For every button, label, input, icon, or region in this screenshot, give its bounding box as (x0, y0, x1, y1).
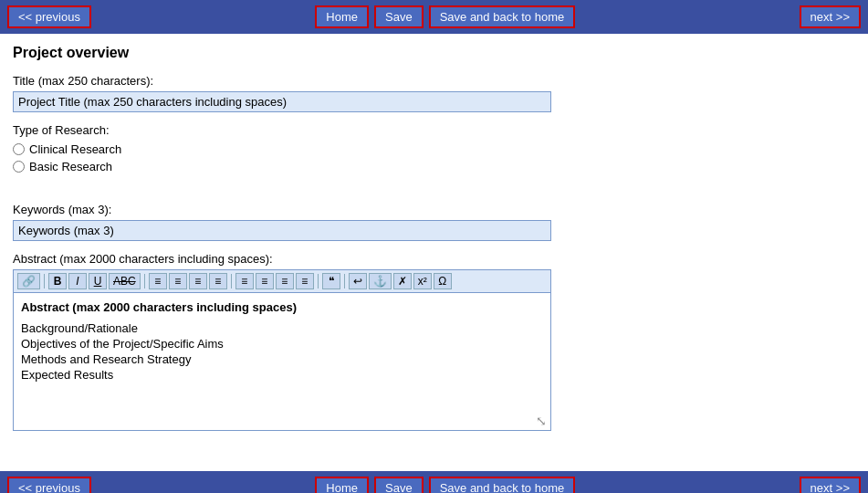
abstract-editor-body[interactable]: Abstract (max 2000 characters including … (14, 293, 550, 412)
abstract-line-3: Methods and Research Strategy (21, 352, 543, 366)
toolbar-outdent-btn[interactable]: ≡ (276, 273, 294, 289)
bottom-save-button[interactable]: Save (374, 477, 424, 493)
top-previous-button[interactable]: << previous (7, 5, 91, 28)
type-of-research-group: Clinical Research Basic Research (13, 142, 855, 173)
keywords-input[interactable] (13, 220, 551, 241)
toolbar-sep-4 (318, 274, 319, 288)
title-input[interactable] (13, 91, 551, 112)
toolbar-sep-1 (44, 274, 45, 288)
abstract-editor: 🔗 B I U ABC ≡ ≡ ≡ ≡ ≡ ≡ ≡ ≡ ❝ ↩ ⚓ (13, 269, 551, 431)
abstract-bold-placeholder: Abstract (max 2000 characters including … (21, 300, 543, 314)
top-next-button[interactable]: next >> (800, 5, 861, 28)
toolbar-align-left-btn[interactable]: ≡ (149, 273, 167, 289)
bottom-previous-button[interactable]: << previous (7, 477, 91, 493)
editor-resize-handle[interactable]: ⤡ (14, 412, 550, 430)
toolbar-blockquote-btn[interactable]: ❝ (322, 273, 340, 289)
basic-research-label: Basic Research (29, 160, 112, 173)
toolbar-indent-btn[interactable]: ≡ (296, 273, 314, 289)
clinical-research-radio[interactable] (13, 143, 25, 155)
toolbar-justify-btn[interactable]: ≡ (209, 273, 227, 289)
top-save-button[interactable]: Save (374, 5, 424, 28)
toolbar-ol-btn[interactable]: ≡ (256, 273, 274, 289)
toolbar-strikethrough-btn[interactable]: ABC (109, 273, 141, 289)
clinical-research-label: Clinical Research (29, 142, 121, 156)
toolbar-anchor-btn[interactable]: ⚓ (369, 273, 392, 289)
abstract-line-2: Objectives of the Project/Specific Aims (21, 337, 543, 351)
top-home-button[interactable]: Home (315, 5, 369, 28)
toolbar-bold-btn[interactable]: B (48, 273, 67, 289)
top-save-back-button[interactable]: Save and back to home (429, 5, 576, 28)
toolbar-ul-btn[interactable]: ≡ (235, 273, 254, 289)
editor-toolbar: 🔗 B I U ABC ≡ ≡ ≡ ≡ ≡ ≡ ≡ ≡ ❝ ↩ ⚓ (14, 270, 550, 293)
type-of-research-label: Type of Research: (13, 123, 855, 137)
toolbar-superscript-btn[interactable]: x² (413, 273, 432, 289)
bottom-save-back-button[interactable]: Save and back to home (429, 477, 576, 493)
abstract-line-1: Background/Rationale (21, 321, 543, 335)
toolbar-special-char-btn[interactable]: Ω (434, 273, 452, 289)
bottom-nav-bar: << previous Home Save Save and back to h… (0, 471, 868, 493)
toolbar-italic-btn[interactable]: I (68, 273, 87, 289)
abstract-label: Abstract (max 2000 characters including … (13, 252, 855, 266)
top-nav-center: Home Save Save and back to home (315, 5, 575, 28)
bottom-next-button[interactable]: next >> (800, 477, 861, 493)
keywords-section: Keywords (max 3): (13, 203, 855, 241)
toolbar-clear-btn[interactable]: ✗ (393, 273, 412, 289)
top-nav-bar: << previous Home Save Save and back to h… (0, 0, 868, 34)
toolbar-undo-btn[interactable]: ↩ (349, 273, 367, 289)
title-label: Title (max 250 characters): (13, 74, 855, 88)
main-content: Project overview Title (max 250 characte… (0, 34, 868, 453)
toolbar-sep-2 (144, 274, 145, 288)
keywords-label: Keywords (max 3): (13, 203, 855, 216)
basic-research-option[interactable]: Basic Research (13, 160, 855, 173)
toolbar-align-right-btn[interactable]: ≡ (189, 273, 207, 289)
toolbar-sep-3 (231, 274, 232, 288)
toolbar-link-btn[interactable]: 🔗 (17, 273, 40, 289)
toolbar-align-center-btn[interactable]: ≡ (169, 273, 187, 289)
page-title: Project overview (13, 45, 855, 61)
toolbar-underline-btn[interactable]: U (89, 273, 107, 289)
abstract-line-4: Expected Results (21, 368, 543, 382)
bottom-home-button[interactable]: Home (315, 477, 369, 493)
clinical-research-option[interactable]: Clinical Research (13, 142, 855, 156)
bottom-nav-center: Home Save Save and back to home (315, 477, 575, 493)
toolbar-sep-5 (344, 274, 345, 288)
abstract-section: Abstract (max 2000 characters including … (13, 252, 855, 431)
basic-research-radio[interactable] (13, 161, 25, 173)
